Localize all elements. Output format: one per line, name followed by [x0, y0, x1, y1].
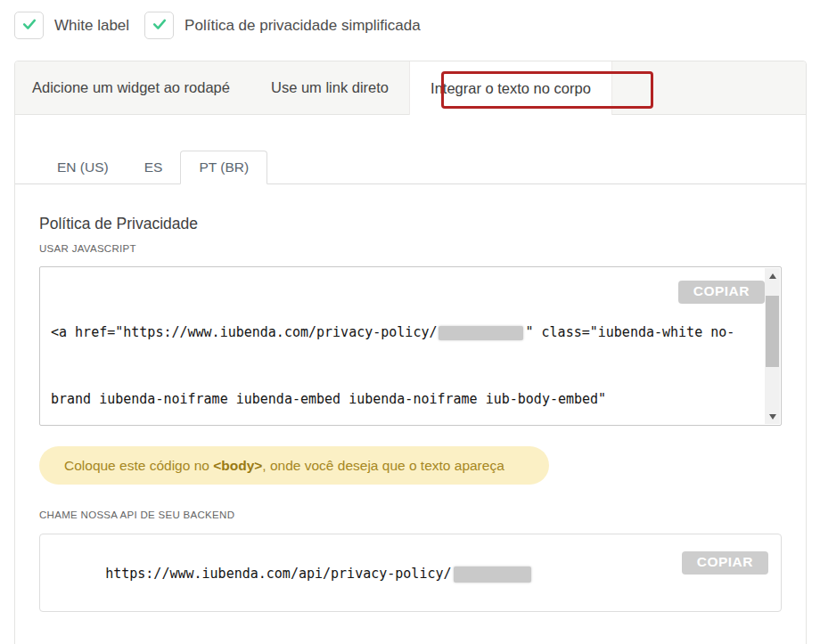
white-label-option: White label: [14, 12, 129, 39]
embed-options-card: Adicione um widget ao rodapé Use um link…: [14, 61, 807, 644]
tab-widget-rodape[interactable]: Adicione um widget ao rodapé: [15, 61, 250, 114]
checkmark-icon: [151, 15, 168, 37]
white-label-checkbox[interactable]: [14, 12, 44, 39]
policy-section-title: Política de Privacidade: [39, 215, 782, 233]
copy-api-url-button[interactable]: COPIAR: [682, 551, 768, 575]
lang-tab-es[interactable]: ES: [127, 151, 181, 183]
integration-tabbar: Adicione um widget ao rodapé Use um link…: [15, 61, 806, 115]
white-label-option-label: White label: [54, 17, 129, 35]
code-line: <a href="https://www.iubenda.com/privacy…: [51, 322, 754, 344]
scroll-up-button[interactable]: [765, 268, 780, 283]
tab-integrar-texto-corpo[interactable]: Integrar o texto no corpo: [409, 61, 612, 115]
use-javascript-label: USAR JAVASCRIPT: [39, 243, 782, 254]
simplified-policy-option-label: Política de privacidade simplificada: [184, 17, 421, 35]
arrow-up-icon: [769, 273, 776, 279]
javascript-code-box[interactable]: <a href="https://www.iubenda.com/privacy…: [39, 266, 782, 426]
simplified-policy-checkbox[interactable]: [144, 12, 174, 39]
options-row: White label Política de privacidade simp…: [14, 12, 421, 39]
card-body: Política de Privacidade USAR JAVASCRIPT …: [15, 215, 806, 612]
lang-tab-pt-br[interactable]: PT (BR): [180, 151, 267, 184]
api-url-text: https://www.iubenda.com/api/privacy-poli…: [105, 566, 451, 582]
copy-javascript-button[interactable]: COPIAR: [678, 281, 765, 304]
checkmark-icon: [20, 15, 38, 37]
scrollbar-thumb[interactable]: [766, 296, 779, 367]
body-placement-notice: Coloque este código no <body>, onde você…: [39, 446, 549, 485]
call-api-label: CHAME NOSSA API DE SEU BACKEND: [39, 509, 782, 520]
language-tabbar: EN (US) ES PT (BR): [15, 151, 806, 184]
scroll-down-button[interactable]: [765, 409, 780, 424]
tab-link-direto[interactable]: Use um link direto: [250, 61, 409, 114]
lang-tab-en-us[interactable]: EN (US): [39, 151, 127, 183]
code-scrollbar[interactable]: [765, 268, 780, 424]
code-line: brand iubenda-noiframe iubenda-embed iub…: [51, 388, 754, 411]
api-url-box[interactable]: https://www.iubenda.com/api/privacy-poli…: [39, 534, 782, 612]
arrow-down-icon: [769, 414, 776, 420]
redacted-api-id: [454, 567, 531, 583]
simplified-policy-option: Política de privacidade simplificada: [144, 12, 421, 39]
redacted-policy-id: [439, 326, 523, 340]
